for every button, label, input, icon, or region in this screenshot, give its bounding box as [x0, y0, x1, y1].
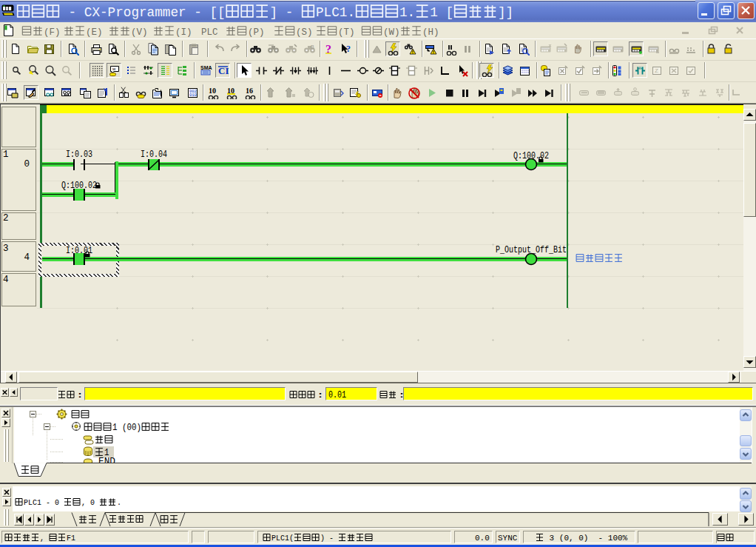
svg-text:B: B [311, 44, 314, 50]
svg-text:I:0.04: I:0.04 [141, 150, 167, 160]
svg-text:?: ? [346, 44, 351, 54]
svg-text:HH: HH [637, 66, 644, 70]
svg-text:(F): (F) [44, 27, 61, 38]
svg-text:(T): (T) [338, 27, 355, 38]
svg-text:(I): (I) [175, 27, 192, 38]
svg-text:SYNC: SYNC [498, 534, 518, 543]
svg-text:0.0: 0.0 [475, 534, 490, 543]
svg-text:3 (0, 0) - 100%: 3 (0, 0) - 100% [544, 534, 628, 543]
svg-text:4: 4 [3, 275, 9, 285]
svg-text:PLC1 - 0: PLC1 - 0 [24, 498, 64, 507]
svg-text:10: 10 [209, 87, 216, 95]
svg-text:1.: 1. [399, 5, 415, 20]
svg-text:16: 16 [246, 87, 253, 95]
svg-text:3: 3 [3, 244, 9, 254]
svg-text:- CX-Programmer - [[: - CX-Programmer - [[ [61, 5, 226, 20]
svg-text:PLC: PLC [201, 27, 218, 38]
svg-text::: : [316, 391, 325, 400]
svg-text:010: 010 [189, 93, 197, 98]
svg-text:PLC1(: PLC1( [271, 534, 294, 543]
svg-text:I:0.03: I:0.03 [66, 150, 92, 160]
svg-text:1 [: 1 [ [430, 5, 453, 20]
svg-text:Z: Z [655, 67, 658, 74]
svg-text:1: 1 [3, 150, 9, 160]
svg-text:.: . [117, 498, 121, 507]
svg-text:Q:100.02: Q:100.02 [61, 181, 97, 191]
svg-text:(W): (W) [383, 27, 400, 38]
svg-text:1 (00): 1 (00) [112, 423, 141, 433]
svg-text:) -: ) - [320, 534, 338, 543]
svg-text:0.01: 0.01 [328, 390, 346, 400]
svg-text:SMA: SMA [200, 65, 212, 70]
svg-text:P_Output_Off_Bit: P_Output_Off_Bit [496, 245, 567, 255]
svg-text::: : [75, 391, 84, 400]
svg-text:(E): (E) [86, 27, 103, 38]
svg-text:,: , [40, 534, 49, 543]
svg-text:(V): (V) [131, 27, 148, 38]
svg-text:0: 0 [24, 159, 30, 170]
svg-text:]]: ]] [498, 5, 513, 20]
svg-text:] -: ] - [270, 5, 301, 20]
svg-text:(P): (P) [248, 27, 265, 38]
svg-text:F1: F1 [67, 534, 75, 543]
svg-text:w: w [112, 67, 116, 71]
svg-text:PLC1.: PLC1. [316, 5, 355, 20]
svg-text:, 0: , 0 [81, 498, 99, 507]
svg-text:(S): (S) [296, 27, 313, 38]
svg-text:2: 2 [3, 213, 9, 224]
svg-text:(H): (H) [422, 27, 439, 38]
svg-text:4: 4 [24, 252, 30, 263]
